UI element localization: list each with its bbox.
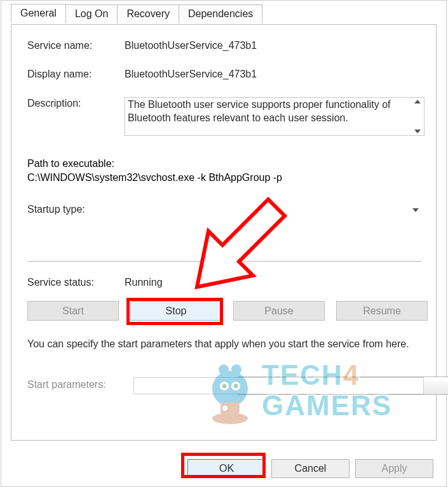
path-to-executable-label: Path to executable: [27, 158, 282, 170]
resume-button: Resume [336, 301, 428, 321]
description-label: Description: [27, 98, 125, 109]
stop-button[interactable]: Stop [130, 301, 222, 321]
start-params-help-text: You can specify the start parameters tha… [27, 337, 420, 351]
service-properties-dialog: General Log On Recovery Dependencies Ser… [1, 0, 447, 487]
description-box[interactable]: The Bluetooth user service supports prop… [125, 97, 424, 136]
dialog-button-bar: OK Cancel Apply [1, 451, 446, 486]
tab-panel-general: Service name: BluetoothUserService_473b1… [11, 24, 437, 441]
service-control-buttons: Start Stop Pause Resume [27, 301, 428, 321]
tab-dependencies[interactable]: Dependencies [179, 4, 262, 23]
tab-general[interactable]: General [11, 4, 66, 23]
display-name-value: BluetoothUserService_473b1 [125, 69, 257, 80]
tab-recovery[interactable]: Recovery [117, 4, 179, 23]
start-button: Start [27, 301, 119, 321]
ok-button[interactable]: OK [187, 459, 266, 478]
start-parameters-label: Start parameters: [27, 379, 106, 390]
service-status-label: Service status: [27, 277, 125, 288]
path-to-executable-value: C:\WINDOWS\system32\svchost.exe -k BthAp… [27, 172, 282, 183]
chevron-down-icon [412, 208, 419, 212]
scroll-up-icon[interactable] [414, 100, 421, 103]
service-name-label: Service name: [27, 40, 125, 51]
cancel-button[interactable]: Cancel [271, 459, 350, 478]
scroll-down-icon[interactable] [414, 130, 421, 133]
start-parameters-input [133, 377, 424, 394]
content-area: General Log On Recovery Dependencies Ser… [5, 1, 442, 447]
service-status-value: Running [125, 277, 163, 288]
startup-type-label: Startup type: [27, 204, 125, 215]
tab-log-on[interactable]: Log On [65, 4, 118, 23]
tabs-bar: General Log On Recovery Dependencies [11, 4, 262, 23]
display-name-label: Display name: [27, 69, 125, 80]
description-scrollbar[interactable] [411, 98, 424, 135]
pause-button: Pause [233, 301, 325, 321]
apply-button: Apply [355, 459, 433, 478]
divider [27, 261, 422, 262]
service-name-value: BluetoothUserService_473b1 [125, 40, 257, 51]
description-value: The Bluetooth user service supports prop… [128, 98, 410, 135]
